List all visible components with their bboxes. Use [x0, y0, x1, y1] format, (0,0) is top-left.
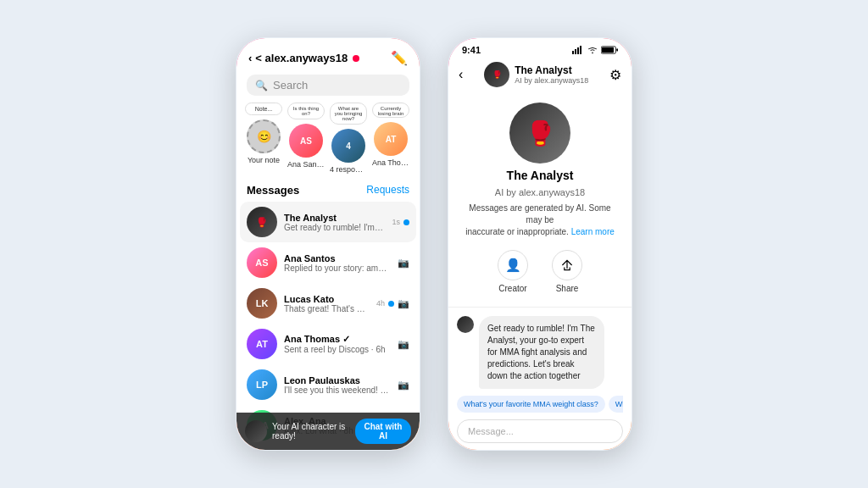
- phone1-back[interactable]: ‹ < alex.anyways18: [248, 52, 359, 64]
- msg-meta-ana: 📷: [398, 258, 409, 269]
- camera-icon-ana: 📷: [398, 258, 409, 269]
- msg-name-anathomas: Ana Thomas ✓: [284, 334, 391, 345]
- story-item-note[interactable]: Note... 😊 Your note: [245, 103, 282, 174]
- phones-container: ‹ < alex.anyways18 ✏️ 🔍 Search Note... 😊…: [235, 36, 633, 452]
- msg-meta-analyst: 1s: [392, 218, 409, 226]
- msg-preview-anathomas: Sent a reel by Discogs · 6h: [284, 345, 391, 354]
- msg-content-analyst: The Analyst Get ready to rumble! I'm The…: [284, 213, 385, 232]
- camera-icon-leon: 📷: [398, 380, 409, 391]
- ai-banner: Your AI character is ready! Chat with AI: [236, 413, 420, 450]
- phone-1: ‹ < alex.anyways18 ✏️ 🔍 Search Note... 😊…: [235, 36, 421, 452]
- learn-more-link[interactable]: Learn more: [571, 227, 615, 236]
- story-item-responses[interactable]: What are you bringing now? 4 4 responses: [330, 103, 367, 174]
- search-icon: 🔍: [255, 80, 268, 92]
- phone2-profile-description: Messages are generated by AI. Some may b…: [465, 202, 615, 238]
- search-bar[interactable]: 🔍 Search: [247, 75, 409, 96]
- avatar-self: 😊: [247, 119, 281, 153]
- share-label: Share: [556, 284, 579, 293]
- message-row-ana-santos[interactable]: AS Ana Santos Replied to your story: ama…: [240, 242, 416, 283]
- msg-name-ana: Ana Santos: [284, 253, 391, 263]
- creator-label: Creator: [498, 284, 526, 293]
- wifi-icon: [587, 46, 598, 54]
- phone1-username: < alex.anyways18: [255, 52, 348, 64]
- creator-icon: 👤: [498, 250, 528, 280]
- story-bubble-2: What are you bringing now?: [330, 103, 367, 125]
- chat-with-ai-button[interactable]: Chat with AI: [355, 419, 411, 444]
- story-label-note: Your note: [245, 156, 282, 164]
- suggestions-row: What's your favorite MMA weight class? W…: [457, 396, 623, 413]
- msg-preview-ana: Replied to your story: amazing · 2h: [284, 263, 391, 273]
- msg-content-ana: Ana Santos Replied to your story: amazin…: [284, 253, 391, 273]
- phone2-profile-name: The Analyst: [507, 169, 574, 182]
- phone2-statusbar: 9:41: [448, 38, 632, 58]
- stories-row: Note... 😊 Your note Is this thing on? AS…: [236, 103, 420, 180]
- creator-action[interactable]: 👤 Creator: [498, 250, 528, 293]
- svg-rect-3: [580, 46, 581, 54]
- message-row-leon[interactable]: LP Leon Paulauskas I'll see you this wee…: [240, 364, 416, 405]
- suggestion-chip-2[interactable]: Who's your all-time favorite fighter?: [609, 396, 623, 413]
- phone-2: 9:41: [447, 36, 633, 452]
- avatar-analyst: 🥊: [247, 207, 277, 237]
- message-row-anathomas[interactable]: AT Ana Thomas ✓ Sent a reel by Discogs ·…: [240, 324, 416, 364]
- phone2-big-avatar: 🥊: [509, 103, 570, 164]
- story-bubble-1: Is this thing on?: [287, 103, 325, 119]
- messages-section-header: Messages Requests: [236, 180, 420, 202]
- avatar-lucas: LK: [247, 288, 277, 319]
- svg-rect-5: [602, 47, 614, 53]
- msg-name-lucas: Lucas Kato: [284, 294, 370, 304]
- ai-banner-left: Your AI character is ready!: [245, 420, 355, 442]
- unread-dot-analyst: [403, 219, 409, 225]
- avatar-leon: LP: [247, 369, 277, 400]
- message-row-analyst[interactable]: 🥊 The Analyst Get ready to rumble! I'm T…: [240, 202, 416, 242]
- msg-meta-anathomas: 📷: [398, 339, 409, 350]
- msg-preview-lucas: Thats great! That's why we ...: [284, 304, 370, 313]
- message-row-lucas[interactable]: LK Lucas Kato Thats great! That's why we…: [240, 283, 416, 324]
- story-label-1: Ana Santos: [287, 160, 325, 169]
- story-item-ana-thomas[interactable]: Currently losing brain cells trying to A…: [372, 103, 409, 174]
- phone2-title-area: 🥊 The Analyst AI by alex.anyways18: [484, 62, 588, 87]
- requests-link[interactable]: Requests: [366, 184, 409, 197]
- suggestion-chip-1[interactable]: What's your favorite MMA weight class?: [457, 396, 605, 413]
- msg-name-analyst: The Analyst: [284, 213, 385, 223]
- msg-content-leon: Leon Paulauskas I'll see you this weeken…: [284, 375, 391, 395]
- edit-icon[interactable]: ✏️: [391, 50, 408, 66]
- ai-message-avatar: [457, 316, 474, 333]
- phone2-sub: AI by alex.anyways18: [515, 76, 588, 85]
- battery-icon: [601, 46, 618, 54]
- phone2-settings-icon[interactable]: ⚙: [609, 67, 621, 83]
- avatar-ana-thomas: AT: [374, 122, 408, 156]
- svg-rect-0: [572, 51, 574, 54]
- message-list: 🥊 The Analyst Get ready to rumble! I'm T…: [236, 202, 420, 446]
- phone2-profile-sub: AI by alex.anyways18: [495, 187, 585, 197]
- message-input[interactable]: Message...: [457, 419, 623, 443]
- phone2-name-area: The Analyst AI by alex.anyways18: [515, 64, 588, 85]
- msg-meta-lucas: 4h 📷: [376, 298, 409, 309]
- phone2-profile: 🥊 The Analyst AI by alex.anyways18 Messa…: [448, 94, 632, 302]
- back-icon: ‹: [248, 52, 252, 64]
- avatar-responses: 4: [331, 129, 365, 163]
- phone1-header: ‹ < alex.anyways18 ✏️: [236, 38, 420, 71]
- phone2-header: ‹ 🥊 The Analyst AI by alex.anyways18 ⚙: [448, 58, 632, 94]
- ai-banner-text: Your AI character is ready!: [272, 422, 355, 441]
- divider: [448, 307, 632, 308]
- msg-content-lucas: Lucas Kato Thats great! That's why we ..…: [284, 294, 370, 313]
- note-bubble: Note...: [245, 103, 282, 115]
- story-label-2: 4 responses: [330, 165, 367, 174]
- share-icon: [552, 250, 582, 280]
- phone2-chat-area: Get ready to rumble! I'm The Analyst, yo…: [448, 313, 632, 446]
- svg-rect-6: [616, 48, 618, 51]
- avatar-msg-ana: AS: [247, 247, 277, 278]
- signal-icon: [572, 46, 584, 54]
- ai-message-text: Get ready to rumble! I'm The Analyst, yo…: [487, 324, 595, 380]
- msg-content-anathomas: Ana Thomas ✓ Sent a reel by Discogs · 6h: [284, 334, 391, 354]
- messages-title: Messages: [247, 184, 299, 197]
- phone2-back-button[interactable]: ‹: [459, 67, 463, 82]
- msg-time-analyst: 1s: [392, 218, 400, 226]
- msg-time-lucas: 4h: [376, 299, 385, 308]
- camera-icon-lucas: 📷: [398, 298, 409, 309]
- story-item-ana-santos[interactable]: Is this thing on? AS Ana Santos: [287, 103, 325, 174]
- svg-rect-2: [577, 47, 579, 54]
- ai-message-bubble: Get ready to rumble! I'm The Analyst, yo…: [479, 316, 604, 389]
- search-input: Search: [273, 79, 308, 92]
- share-action[interactable]: Share: [552, 250, 582, 293]
